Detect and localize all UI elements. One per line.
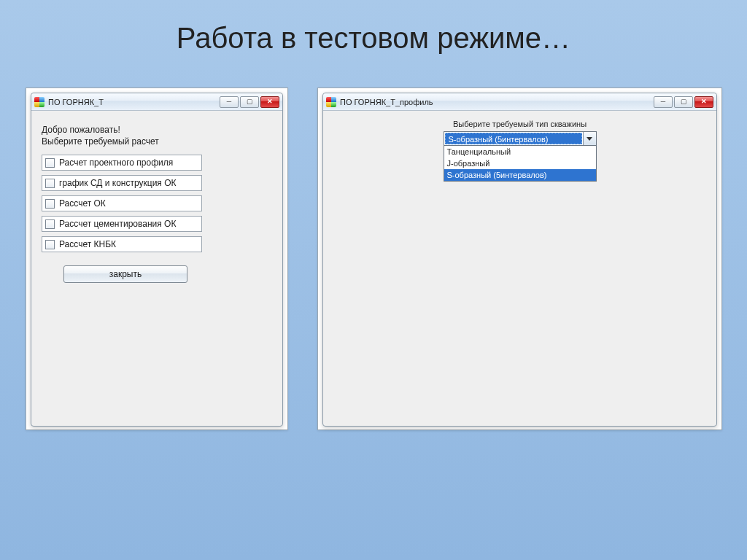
combobox-dropdown: Танценциальный J-образный S-образный (5и… (444, 146, 597, 182)
option-row[interactable]: график СД и конструкция ОК (42, 175, 202, 191)
option-label: Рассчет цементирования ОК (59, 219, 176, 229)
welcome-text: Добро пожаловать! Выберите требуемый рас… (42, 124, 272, 147)
maximize-button[interactable]: ▢ (674, 96, 693, 108)
option-row[interactable]: Рассчет КНБК (42, 236, 202, 252)
left-panel: ПО ГОРНЯК_Т ─ ▢ ✕ Добро пожаловать! Выбе… (26, 88, 288, 430)
window-gornyak-profile: ПО ГОРНЯК_Т_профиль ─ ▢ ✕ Выберите требу… (322, 93, 717, 427)
well-type-combobox[interactable]: S-образный (5интервалов) (444, 131, 597, 146)
option-row[interactable]: Расчет проектного профиля (42, 155, 202, 171)
option-row[interactable]: Рассчет цементирования ОК (42, 216, 202, 232)
dropdown-item[interactable]: S-образный (5интервалов) (444, 169, 596, 181)
option-row[interactable]: Рассчет ОК (42, 195, 202, 211)
prompt-label: Выберите требуемый тип скважины (333, 120, 706, 128)
chevron-down-icon[interactable] (583, 132, 596, 145)
welcome-line: Добро пожаловать! (42, 124, 272, 136)
dropdown-item[interactable]: Танценциальный (444, 146, 596, 158)
checkbox-icon[interactable] (45, 219, 55, 229)
window-body: Добро пожаловать! Выберите требуемый рас… (31, 111, 282, 296)
option-label: график СД и конструкция ОК (59, 178, 177, 188)
close-app-button[interactable]: закрыть (63, 265, 187, 283)
window-title: ПО ГОРНЯК_Т (48, 98, 216, 106)
window-title: ПО ГОРНЯК_Т_профиль (340, 98, 650, 106)
option-label: Расчет проектного профиля (59, 158, 173, 168)
welcome-line: Выберите требуемый расчет (42, 136, 272, 147)
app-icon (326, 97, 336, 107)
close-button[interactable]: ✕ (260, 96, 279, 108)
minimize-button[interactable]: ─ (654, 96, 673, 108)
checkbox-icon[interactable] (45, 240, 55, 249)
right-panel: ПО ГОРНЯК_Т_профиль ─ ▢ ✕ Выберите требу… (317, 88, 722, 430)
option-label: Рассчет ОК (59, 198, 106, 209)
maximize-button[interactable]: ▢ (240, 96, 259, 108)
titlebar[interactable]: ПО ГОРНЯК_Т ─ ▢ ✕ (31, 93, 282, 111)
checkbox-icon[interactable] (45, 199, 55, 209)
option-label: Рассчет КНБК (59, 239, 116, 249)
checkbox-icon[interactable] (45, 179, 55, 188)
window-gornyak-main: ПО ГОРНЯК_Т ─ ▢ ✕ Добро пожаловать! Выбе… (31, 93, 283, 427)
minimize-button[interactable]: ─ (220, 96, 239, 108)
window-body: Выберите требуемый тип скважины S-образн… (323, 111, 716, 159)
close-button[interactable]: ✕ (694, 96, 713, 108)
combobox-selected-value: S-образный (5интервалов) (445, 133, 582, 144)
titlebar[interactable]: ПО ГОРНЯК_Т_профиль ─ ▢ ✕ (323, 93, 716, 111)
app-icon (34, 97, 44, 107)
checkbox-icon[interactable] (45, 158, 55, 168)
slide-title: Работа в тестовом режиме… (0, 22, 747, 55)
dropdown-item[interactable]: J-образный (444, 158, 596, 169)
